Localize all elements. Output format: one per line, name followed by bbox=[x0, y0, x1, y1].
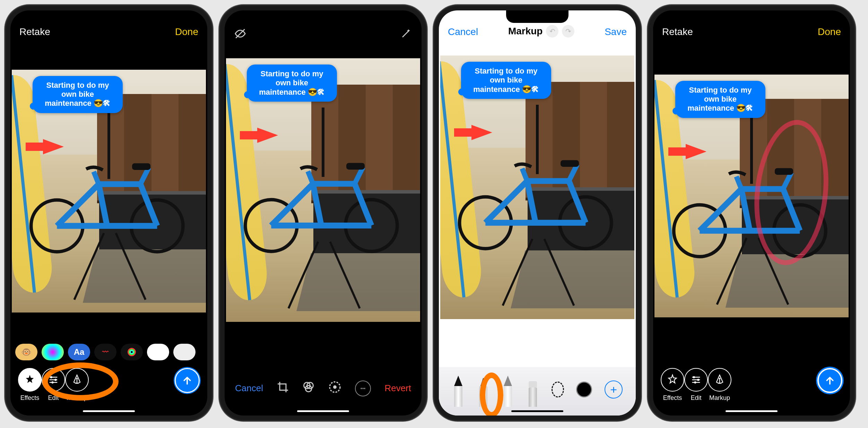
effects-button[interactable]: Effects bbox=[18, 368, 42, 402]
svg-point-4 bbox=[54, 379, 57, 381]
notch bbox=[720, 10, 783, 23]
eraser-tool[interactable] bbox=[527, 372, 539, 407]
svg-point-25 bbox=[694, 381, 696, 383]
svg-point-5 bbox=[51, 381, 53, 383]
more-icon[interactable]: ••• bbox=[355, 380, 371, 396]
revert-button[interactable]: Revert bbox=[384, 383, 411, 394]
svg-rect-11 bbox=[346, 163, 365, 170]
phone-frame-4: Retake Done Starting to do my own bike m… bbox=[648, 5, 856, 421]
done-button[interactable]: Done bbox=[175, 26, 198, 37]
lasso-tool[interactable] bbox=[552, 372, 564, 407]
photos-edit-screen: Starting to do my own bike maintenance 😎… bbox=[225, 10, 422, 416]
adjust-icon[interactable] bbox=[328, 380, 342, 396]
edit-button[interactable]: Edit bbox=[42, 368, 65, 402]
app-icon-6[interactable] bbox=[147, 344, 169, 360]
digital-touch-app-icon[interactable]: 〰 bbox=[94, 344, 116, 360]
svg-point-3 bbox=[50, 376, 52, 378]
star-icon bbox=[667, 374, 678, 386]
send-button[interactable] bbox=[817, 368, 842, 393]
retake-button[interactable]: Retake bbox=[662, 26, 693, 37]
notch bbox=[506, 10, 568, 23]
done-button[interactable]: Done bbox=[818, 26, 841, 37]
svg-point-23 bbox=[693, 376, 695, 378]
svg-point-24 bbox=[697, 379, 699, 381]
speech-bubble[interactable]: Starting to do my own bike maintenance 😎… bbox=[33, 76, 123, 113]
star-icon bbox=[24, 374, 36, 386]
svg-point-27 bbox=[719, 378, 721, 379]
markup-label: Markup bbox=[67, 394, 87, 402]
effects-label: Effects bbox=[663, 394, 682, 402]
pen-tip-icon bbox=[715, 374, 724, 385]
tool-row: Effects Edit Markup bbox=[653, 354, 850, 416]
pencil-tool[interactable] bbox=[502, 372, 514, 407]
home-indicator[interactable] bbox=[297, 410, 349, 412]
phone-frame-2: Starting to do my own bike maintenance 😎… bbox=[219, 5, 427, 421]
photo-canvas[interactable]: Starting to do my own bike maintenance 😎… bbox=[439, 55, 636, 319]
home-indicator[interactable] bbox=[726, 410, 778, 412]
animoji-app-icon[interactable]: 🐵 bbox=[15, 344, 37, 360]
undo-button[interactable]: ↶ bbox=[546, 25, 558, 37]
effects-label: Effects bbox=[20, 394, 40, 402]
filters-app-icon[interactable] bbox=[42, 344, 64, 360]
imessage-apps-row[interactable]: 🐵 Aa 〰 bbox=[10, 342, 207, 362]
redo-button[interactable]: ↷ bbox=[562, 25, 574, 37]
messages-photo-review-screen: Retake Done Sta bbox=[10, 10, 207, 416]
markup-title: Markup bbox=[508, 26, 543, 37]
magic-wand-icon[interactable] bbox=[400, 28, 412, 41]
markup-toolbar: + bbox=[439, 367, 636, 416]
save-button[interactable]: Save bbox=[605, 26, 627, 37]
markup-button[interactable]: Markup bbox=[65, 368, 89, 402]
svg-point-16 bbox=[333, 385, 337, 389]
add-button[interactable]: + bbox=[605, 380, 623, 399]
tool-row: Effects Edit Markup bbox=[10, 365, 207, 416]
cancel-button[interactable]: Cancel bbox=[448, 26, 478, 37]
svg-rect-2 bbox=[132, 163, 150, 170]
text-app-icon[interactable]: Aa bbox=[68, 344, 90, 360]
speech-bubble: Starting to do my own bike maintenance 😎… bbox=[461, 62, 551, 99]
markup-button[interactable]: Markup bbox=[708, 368, 731, 402]
crop-icon[interactable] bbox=[277, 381, 289, 396]
svg-point-7 bbox=[76, 378, 78, 379]
markup-editor-screen: Cancel Markup ↶ ↷ Save Starting to do my… bbox=[439, 10, 636, 416]
photo-content: Starting to do my own bike maintenance 😎… bbox=[440, 55, 634, 319]
home-indicator[interactable] bbox=[83, 410, 135, 412]
arrow-up-icon bbox=[825, 375, 835, 386]
edit-label: Edit bbox=[48, 394, 59, 402]
activity-app-icon[interactable] bbox=[121, 344, 143, 360]
filters-icon[interactable] bbox=[302, 381, 315, 396]
photo-content: Starting to do my own bike maintenance 😎… bbox=[12, 70, 206, 313]
photo-canvas[interactable]: Starting to do my own bike maintenance 😎… bbox=[225, 10, 422, 370]
arrow-up-icon bbox=[182, 375, 192, 386]
send-button[interactable] bbox=[175, 368, 200, 393]
color-picker[interactable] bbox=[576, 382, 592, 397]
arrow-sticker[interactable] bbox=[686, 144, 706, 159]
pen-tip-icon bbox=[72, 374, 82, 385]
messages-photo-review-screen-2: Retake Done Starting to do my own bike m… bbox=[653, 10, 850, 416]
home-indicator[interactable] bbox=[511, 410, 563, 412]
hide-icon[interactable] bbox=[234, 28, 246, 41]
photo-canvas[interactable]: Starting to do my own bike maintenance 😎… bbox=[10, 40, 207, 342]
speech-bubble: Starting to do my own bike maintenance 😎… bbox=[247, 65, 337, 102]
app-icon-7[interactable] bbox=[173, 344, 196, 360]
markup-label: Markup bbox=[709, 394, 730, 402]
arrow-sticker bbox=[257, 128, 278, 143]
arrow-sticker bbox=[471, 125, 492, 140]
sliders-icon bbox=[691, 375, 701, 385]
speech-bubble[interactable]: Starting to do my own bike maintenance 😎… bbox=[675, 81, 765, 118]
effects-button[interactable]: Effects bbox=[661, 368, 684, 402]
phone-frame-3: Cancel Markup ↶ ↷ Save Starting to do my… bbox=[433, 5, 641, 421]
sliders-icon bbox=[48, 375, 59, 385]
svg-rect-19 bbox=[561, 160, 579, 167]
retake-button[interactable]: Retake bbox=[19, 26, 50, 37]
notch bbox=[292, 10, 354, 23]
marker-tool[interactable] bbox=[477, 372, 489, 407]
pen-tool[interactable] bbox=[452, 372, 465, 407]
arrow-sticker[interactable] bbox=[43, 139, 64, 154]
top-icon-row bbox=[225, 28, 422, 41]
photo-canvas[interactable]: Starting to do my own bike maintenance 😎… bbox=[653, 40, 850, 351]
edit-toolbar: Cancel ••• Revert bbox=[225, 370, 422, 416]
notch bbox=[78, 10, 140, 23]
photo-content: Starting to do my own bike maintenance 😎… bbox=[654, 75, 849, 317]
cancel-button[interactable]: Cancel bbox=[235, 383, 263, 394]
edit-button[interactable]: Edit bbox=[684, 368, 708, 402]
